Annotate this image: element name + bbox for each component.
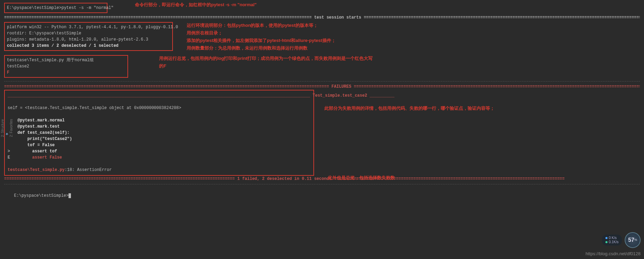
- session-rule: ========================================…: [4, 14, 640, 21]
- download-rate: 0.1K/s: [609, 240, 619, 244]
- environment-box: platform win32 -- Python 3.7.1, pytest-4…: [4, 22, 173, 51]
- failures-rule: ========================================…: [4, 84, 640, 90]
- code-line-error: E assert False: [8, 154, 311, 161]
- failure-detail-box: ________________________________________…: [4, 90, 314, 176]
- annotation-summary: 此外也是总览，包括选择数失败数: [328, 174, 395, 181]
- code-line-3: def test_case2(self):: [8, 130, 311, 136]
- failure-location: testcase\Test_simple.py:18: AssertionErr…: [8, 167, 311, 173]
- plugins-line: plugins: metadata-1.8.0, html-1.20.0, al…: [7, 36, 170, 43]
- command-text: pytest -s -m "normal": [61, 6, 113, 10]
- annotation-command: 命令行部分，即运行命令，如红框中的pytest -s -m "normal": [135, 1, 257, 8]
- usage-percent: 57: [628, 236, 634, 244]
- annotation-env-3: 添加的pytest相关插件，如左侧我添加了pytest-html和allure-…: [187, 37, 336, 44]
- usage-unit: %: [634, 238, 637, 242]
- network-rates: 0 K/s 0.1K/s: [602, 235, 622, 246]
- code-line-assert: > assert tof: [8, 148, 311, 154]
- run-file-line: testcase\Test_simple.py 用于normal组: [7, 57, 125, 63]
- run-fail-mark: F: [7, 69, 125, 76]
- upload-rate: 0 K/s: [609, 236, 617, 240]
- collected-line: collected 3 items / 2 deselected / 1 sel…: [7, 43, 170, 49]
- divider: [4, 81, 640, 82]
- annotation-run-2: 的F: [159, 63, 166, 69]
- watermark: https://blog.csdn.net/df0128: [585, 250, 641, 257]
- annotation-run-1: 用例运行总览，包括用例内的log打印和print打印；成功用例为一个绿色的点，而…: [159, 55, 373, 62]
- failure-self-line: self = <testcase.Test_simple.Test_simple…: [8, 105, 311, 111]
- footer-prompt[interactable]: E:\pyspace\testSimple>: [4, 186, 640, 205]
- platform-line: platform win32 -- Python 3.7.1, pytest-4…: [7, 24, 170, 30]
- code-line-2: @pytest.mark.test: [8, 123, 311, 130]
- prompt: E:\pyspace\testSimple>: [7, 6, 61, 10]
- divider-bottom: [4, 184, 640, 184]
- annotation-env-2: 用例所在根目录；: [187, 30, 222, 36]
- failure-test-title: ________________________________________…: [8, 93, 311, 99]
- download-dot-icon: [605, 241, 607, 243]
- usage-gauge: 57%: [625, 232, 641, 248]
- code-line-5: tof = False: [8, 142, 311, 148]
- run-print-line: testCase2: [7, 63, 125, 69]
- network-widget: 0 K/s 0.1K/s 57%: [602, 232, 641, 248]
- code-line-1: @pytest.mark.normal: [8, 117, 311, 123]
- code-line-4: print("testCase2"): [8, 136, 311, 142]
- error-e-mark: E: [8, 154, 12, 161]
- summary-text: 1 failed, 2 deselected in 0.11 seconds: [237, 176, 332, 181]
- caret-icon: [69, 193, 71, 198]
- command-box: E:\pyspace\testSimple>pytest -s -m "norm…: [4, 3, 107, 13]
- annotation-env-1: 运行环境说明部分：包括python的版本，使用的pytest的版本等；: [187, 22, 318, 29]
- annotation-failure: 此部分为失败用例的详情，包括用例代码、失败的哪一行，哪个验证点，验证内容等；: [324, 105, 495, 112]
- rootdir-line: rootdir: E:\pyspace\testSimple: [7, 30, 170, 36]
- upload-dot-icon: [605, 237, 607, 239]
- fail-arrow-icon: >: [8, 148, 12, 154]
- terminal-output: E:\pyspace\testSimple>pytest -s -m "norm…: [0, 0, 644, 208]
- summary-rule: ========================================…: [4, 176, 640, 182]
- run-output-box: testcase\Test_simple.py 用于normal组 testCa…: [4, 55, 128, 78]
- annotation-env-4: 用例数量部分：为总用例数，未运行用例数和选择运行用例数: [187, 45, 308, 52]
